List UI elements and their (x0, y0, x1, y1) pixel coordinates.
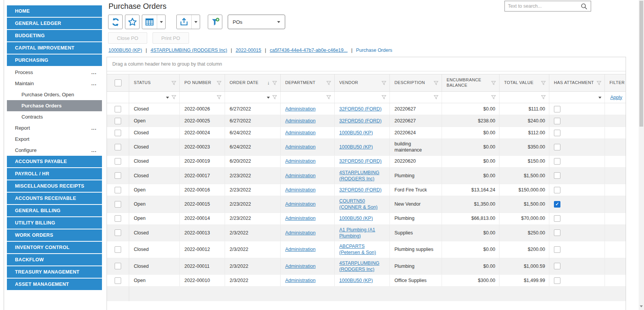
filter-funnel-icon[interactable] (541, 95, 546, 100)
column-header-vendor[interactable]: VENDOR (335, 74, 390, 91)
print-po-button[interactable]: Print PO (153, 32, 189, 44)
filter-funnel-icon[interactable] (326, 81, 331, 86)
filter-cell-order_date[interactable] (225, 92, 281, 103)
sidebar-module-accounts-payable[interactable]: ACCOUNTS PAYABLE (7, 156, 102, 167)
sidebar-module-utility-billing[interactable]: UTILITY BILLING (7, 217, 102, 229)
vendor-link[interactable]: 32FORD50 (FORD) (339, 187, 381, 193)
vendor-link[interactable]: 1000BU50 (KP) (339, 277, 373, 284)
vertical-scrollbar[interactable] (639, 0, 644, 310)
filter-funnel-icon[interactable] (434, 81, 439, 86)
filter-cell-description[interactable] (390, 92, 442, 103)
department-link[interactable]: Administration (285, 118, 315, 124)
filter-funnel-icon[interactable] (171, 81, 176, 86)
row-select-checkbox[interactable] (115, 106, 121, 112)
chevron-down-icon[interactable] (598, 97, 601, 100)
vendor-link[interactable]: A1 Plumbing (A1 Plumbing) (339, 227, 386, 239)
row-select-checkbox[interactable] (115, 144, 121, 150)
filter-funnel-icon[interactable] (596, 81, 601, 86)
department-link[interactable]: Administration (285, 246, 315, 252)
sidebar-module-general-billing[interactable]: GENERAL BILLING (7, 205, 102, 216)
grid-view-button[interactable] (142, 15, 157, 29)
column-header-po_number[interactable]: PO NUMBER (180, 74, 225, 91)
attachment-checkbox[interactable] (554, 144, 560, 150)
sidebar-item-report[interactable]: Report... (7, 122, 102, 134)
sidebar-module-budgeting[interactable]: BUDGETING (7, 30, 102, 41)
department-link[interactable]: Administration (285, 173, 315, 179)
filter-cell-total_value[interactable] (499, 92, 549, 103)
attachment-checkbox[interactable] (554, 106, 560, 112)
grid-view-dropdown[interactable] (157, 15, 165, 29)
more-options-icon[interactable]: ... (91, 82, 97, 86)
attachment-checkbox[interactable] (554, 158, 560, 165)
row-select-checkbox[interactable] (115, 229, 121, 236)
attachment-checkbox[interactable] (554, 172, 560, 179)
column-header-department[interactable]: DEPARTMENT (281, 74, 335, 91)
vendor-link[interactable]: COURTN50 (CONNER & Son) (339, 198, 386, 211)
attachment-checkbox[interactable] (554, 263, 560, 269)
filter-apply-link[interactable]: Apply (610, 95, 622, 100)
row-select-checkbox[interactable] (115, 201, 121, 208)
sidebar-module-treasury-management[interactable]: TREASURY MANAGEMENT (7, 266, 102, 278)
breadcrumb-link-ca5f7436-44e4-47b7-ab0e-c46e19[interactable]: ca5f7436-44e4-47b7-ab0e-c46e19... (270, 48, 348, 53)
sidebar-item-configure[interactable]: Configure... (7, 145, 102, 156)
vendor-link[interactable]: 1000BU50 (KP) (339, 130, 373, 136)
breadcrumb-link-4starplumbing-rodgers-inc[interactable]: 4STARPLUMBING (RODGERS Inc) (151, 48, 227, 53)
scrollbar-down-arrow-icon[interactable] (640, 305, 643, 309)
sidebar-module-accounts-receivable[interactable]: ACCOUNTS RECEIVABLE (7, 193, 102, 204)
attachment-checkbox[interactable] (554, 130, 560, 136)
more-options-icon[interactable]: ... (91, 148, 97, 152)
column-header-description[interactable]: DESCRIPTION (390, 74, 442, 91)
department-link[interactable]: Administration (285, 263, 315, 269)
attachment-checkbox[interactable] (554, 229, 560, 236)
sidebar-module-purchasing[interactable]: PURCHASING (7, 54, 102, 66)
column-header-order_date[interactable]: ORDER DATE↓ (225, 74, 281, 91)
department-link[interactable]: Administration (285, 201, 315, 207)
vendor-link[interactable]: 1000BU50 (KP) (339, 144, 373, 150)
sidebar-module-home[interactable]: HOME (7, 5, 102, 17)
filter-funnel-icon[interactable] (491, 81, 496, 86)
search-input[interactable] (508, 3, 580, 9)
attachment-checkbox[interactable] (554, 215, 560, 222)
close-po-button[interactable]: Close PO (108, 32, 147, 44)
vendor-link[interactable]: 32FORD50 (FORD) (339, 106, 381, 112)
column-header-encumbrance_balance[interactable]: ENCUMBRANCE BALANCE (442, 74, 499, 91)
chevron-down-icon[interactable] (267, 97, 270, 100)
sidebar-item-export[interactable]: Export (7, 134, 102, 145)
department-link[interactable]: Administration (285, 144, 315, 150)
filter-cell-filter[interactable]: Apply (605, 92, 626, 103)
more-options-icon[interactable]: ... (91, 71, 97, 74)
filter-cell-po_number[interactable] (180, 92, 225, 103)
sidebar-module-asset-management[interactable]: ASSET MANAGEMENT (7, 279, 102, 290)
row-select-checkbox[interactable] (115, 118, 121, 124)
row-select-checkbox[interactable] (115, 263, 121, 269)
filter-funnel-icon[interactable] (217, 81, 222, 86)
more-options-icon[interactable]: ... (91, 126, 97, 130)
sidebar-module-inventory-control[interactable]: INVENTORY CONTROL (7, 242, 102, 253)
vendor-link[interactable]: 4STARPLUMBING (RODGERS Inc) (339, 260, 386, 273)
department-link[interactable]: Administration (285, 130, 315, 136)
breadcrumb-link-1000bu50-kp[interactable]: 1000BU50 (KP) (108, 48, 142, 53)
row-select-checkbox[interactable] (115, 246, 121, 253)
filter-funnel-icon[interactable] (434, 95, 439, 100)
view-select[interactable]: POs (228, 15, 285, 29)
filter-cell-encumbrance_balance[interactable] (442, 92, 499, 103)
filter-funnel-icon[interactable] (217, 95, 222, 100)
row-select-checkbox[interactable] (115, 158, 121, 165)
sidebar-module-general-ledger[interactable]: GENERAL LEDGER (7, 18, 102, 29)
vendor-link[interactable]: 32FORD50 (FORD) (339, 118, 381, 124)
select-all-checkbox[interactable] (115, 79, 122, 86)
export-button[interactable] (177, 15, 191, 29)
attachment-checkbox[interactable] (554, 277, 560, 284)
sidebar-module-miscellaneous-receipts[interactable]: MISCELLANEOUS RECEIPTS (7, 180, 102, 192)
breadcrumb-link-2022-00015[interactable]: 2022-00015 (236, 48, 261, 53)
vendor-link[interactable]: 1000BU50 (KP) (339, 215, 373, 221)
sidebar-item-purchase-orders[interactable]: Purchase Orders (7, 100, 102, 111)
sidebar-item-purchase-orders-open[interactable]: Purchase Orders, Open (7, 89, 102, 100)
department-link[interactable]: Administration (285, 158, 315, 164)
export-dropdown[interactable] (191, 15, 200, 29)
column-header-total_value[interactable]: TOTAL VALUE (499, 74, 549, 91)
filter-funnel-icon[interactable] (326, 95, 331, 100)
add-filter-button[interactable] (208, 15, 222, 29)
department-link[interactable]: Administration (285, 277, 315, 284)
refresh-button[interactable] (108, 15, 123, 29)
